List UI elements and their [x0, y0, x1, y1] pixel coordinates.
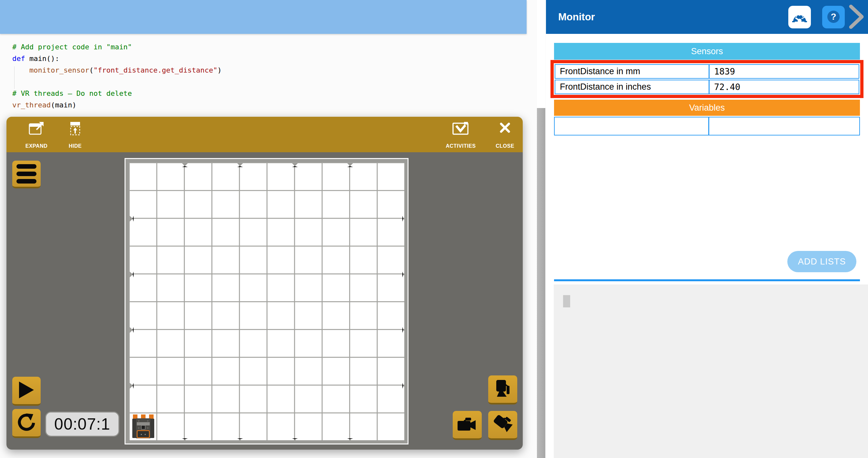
field-grid	[129, 162, 404, 440]
hide-icon	[68, 121, 82, 137]
code-line: # Add project code in "main"	[12, 41, 222, 53]
field-tick	[182, 438, 188, 442]
field-tick	[292, 438, 298, 442]
activities-label: ACTIVITIES	[445, 143, 476, 149]
code-keyword: def	[12, 55, 25, 63]
svg-text:?: ?	[831, 11, 836, 22]
field-tick	[182, 163, 188, 167]
camera-side-view-button[interactable]	[453, 411, 482, 440]
expand-label: EXPAND	[26, 143, 48, 149]
vr-robot	[132, 415, 155, 439]
field-tick	[402, 271, 406, 277]
monitor-stand-icon	[494, 379, 512, 399]
reset-button[interactable]	[12, 409, 41, 438]
field-tick	[347, 438, 353, 442]
screen-view-button[interactable]	[488, 375, 517, 404]
code-comment: # Add project code in "main"	[12, 43, 132, 51]
field-tick	[347, 163, 353, 167]
gauge-icon	[792, 10, 807, 25]
timer-display: 00:07:1	[45, 412, 119, 437]
code-line-blank	[12, 76, 222, 88]
field-tick	[130, 271, 133, 277]
monitor-title: Monitor	[558, 11, 595, 23]
field-tick	[237, 163, 243, 167]
code-editor[interactable]: # Add project code in "main" def main():…	[12, 41, 222, 111]
add-lists-button[interactable]: ADD LISTS	[787, 251, 857, 272]
monitor-divider	[554, 279, 860, 281]
field-tick	[402, 383, 406, 389]
activities-icon	[453, 121, 469, 137]
top-toolbar	[0, 0, 527, 34]
close-button[interactable]: CLOSE	[487, 121, 523, 149]
sensors-section-header: Sensors	[554, 43, 860, 60]
field-tick	[130, 327, 133, 333]
field-tick	[130, 383, 133, 389]
field-tick	[402, 216, 406, 222]
camera-3d-view-button[interactable]	[488, 411, 517, 440]
code-line: vr_thread(main)	[12, 99, 222, 111]
code-function: monitor_sensor	[29, 66, 89, 74]
monitor-panel: Monitor	[546, 0, 868, 458]
code-line: monitor_sensor("front_distance.get_dista…	[12, 65, 222, 76]
field-tick	[292, 163, 298, 167]
add-lists-label: ADD LISTS	[798, 257, 846, 267]
close-label: CLOSE	[496, 143, 514, 149]
monitor-lists-area	[554, 285, 868, 458]
expand-button[interactable]: EXPAND	[16, 121, 57, 149]
collapse-panel-button[interactable]	[847, 5, 866, 29]
sensor-label: FrontDistance in inches	[555, 80, 710, 94]
close-icon	[499, 121, 512, 135]
code-function: vr_thread	[12, 101, 51, 109]
activities-button[interactable]: ACTIVITIES	[440, 121, 482, 149]
sensor-value: 72.40	[710, 80, 859, 94]
hide-button[interactable]: HIDE	[54, 121, 96, 149]
sensors-header-label: Sensors	[691, 46, 723, 57]
field-tick	[237, 438, 243, 442]
hamburger-icon	[17, 164, 36, 184]
playground-field	[125, 158, 408, 445]
variables-section-header: Variables	[554, 100, 860, 116]
indent-guide	[14, 66, 14, 89]
sensor-row: FrontDistance in mm 1839	[555, 64, 859, 79]
playground-body: 00:07:1	[6, 152, 523, 450]
code-line: def main():	[12, 53, 222, 65]
code-text: (main)	[51, 101, 76, 109]
vexcode-vr-screen: # Add project code in "main" def main():…	[0, 0, 868, 458]
variable-label-cell	[555, 118, 709, 135]
sensor-label: FrontDistance in mm	[555, 65, 710, 78]
editor-scrollbar	[537, 0, 545, 458]
sensor-value: 1839	[710, 65, 859, 78]
variables-header-label: Variables	[689, 103, 725, 113]
sensor-row: FrontDistance in inches 72.40	[555, 80, 859, 94]
code-text: )	[217, 66, 222, 74]
question-mark-icon: ?	[826, 9, 841, 26]
playground-titlebar: EXPAND HIDE	[6, 117, 523, 152]
hide-label: HIDE	[69, 143, 82, 149]
variables-row	[554, 117, 860, 135]
code-line: # VR threads — Do not delete	[12, 88, 222, 99]
monitor-gauge-button[interactable]	[788, 6, 811, 28]
play-icon	[19, 381, 34, 400]
code-string: "front_distance.get_distance"	[94, 66, 217, 74]
code-text: (	[89, 66, 93, 74]
monitor-header: Monitor	[546, 0, 868, 34]
video-camera-icon	[458, 417, 477, 432]
playground-window: EXPAND HIDE	[6, 117, 523, 450]
video-camera-tilted-icon	[493, 415, 513, 435]
play-button[interactable]	[12, 377, 41, 406]
field-tick	[130, 216, 133, 222]
code-text: main():	[25, 55, 59, 63]
chevron-right-icon	[848, 4, 865, 30]
code-indent	[12, 66, 29, 74]
variable-value-cell	[709, 118, 859, 135]
help-button[interactable]: ?	[822, 6, 845, 28]
code-comment: # VR threads — Do not delete	[12, 89, 132, 97]
lists-scrollbar-thumb[interactable]	[563, 295, 570, 307]
sensors-highlight-box: FrontDistance in mm 1839 FrontDistance i…	[551, 60, 864, 98]
reset-icon	[17, 413, 36, 432]
scrollbar-thumb[interactable]	[537, 108, 545, 458]
field-tick	[402, 327, 406, 333]
timer-value: 00:07:1	[54, 415, 111, 433]
playground-menu-button[interactable]	[12, 161, 41, 188]
expand-icon	[29, 121, 44, 137]
